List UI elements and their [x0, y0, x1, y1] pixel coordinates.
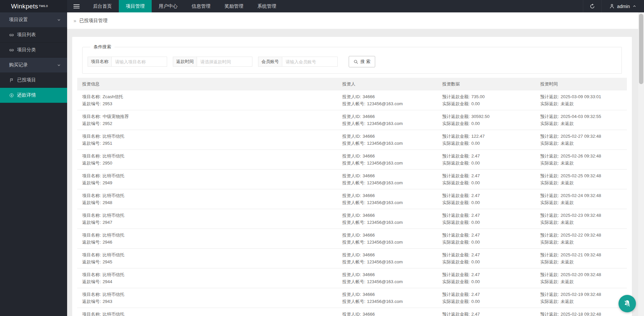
actual-time-value: 未返款: [561, 279, 574, 284]
actual-amount-cell-label: 实际返款金额:: [442, 161, 470, 166]
scrollbar-thumb[interactable]: [639, 14, 643, 84]
topbar-right: admin: [583, 0, 644, 12]
nav-item-info[interactable]: 信息管理: [185, 0, 217, 12]
sidebar-item-label: 项目分类: [17, 47, 36, 53]
expected-time-value: 2025-03-09 09:33:01: [561, 94, 601, 99]
actual-time-value: 未返款: [561, 121, 574, 126]
breadcrumb: » 已投项目管理: [67, 12, 638, 29]
investor-account-value: 123456@163.com: [367, 259, 403, 264]
column-invest-data: 投资数据: [437, 81, 535, 87]
nav-item-system[interactable]: 系统管理: [250, 0, 283, 12]
table-row: 项目名称:比特币信托 返款编号:2943 投资人ID:34666 投资人帐号:1…: [77, 288, 627, 308]
refund-time-label: 返款时间: [173, 57, 197, 67]
project-name-cell-label: 项目名称:: [82, 94, 101, 99]
sidebar-group-label: 购买记录: [9, 62, 28, 68]
nav-item-rewards[interactable]: 奖励管理: [217, 0, 250, 12]
investor-cell: 投资人ID:34666 投资人帐号:123456@163.com: [337, 172, 437, 186]
investor-id-value: 34666: [363, 312, 375, 316]
user-menu[interactable]: admin: [601, 0, 644, 12]
investor-cell: 投资人ID:34666 投资人帐号:123456@163.com: [337, 212, 437, 226]
notification-float-button[interactable]: [618, 295, 636, 312]
expected-amount-cell-label: 预计返款金额:: [442, 173, 470, 178]
actual-amount-cell-label: 实际返款金额:: [442, 240, 470, 245]
project-name-value: 比特币信托: [103, 252, 125, 257]
investor-account-value: 123456@163.com: [367, 299, 403, 304]
sidebar-group-purchase-records[interactable]: 购买记录: [0, 58, 67, 73]
investor-account-cell-label: 投资人帐号:: [342, 180, 365, 185]
breadcrumb-arrow: »: [73, 18, 76, 23]
menu-toggle-button[interactable]: [67, 0, 86, 12]
page-title: 已投项目管理: [79, 18, 107, 24]
project-name-value: 比特币信托: [103, 233, 125, 238]
actual-amount-cell-label: 实际返款金额:: [442, 101, 470, 106]
column-invest-time: 投资时间: [535, 81, 627, 87]
project-name-value: 比特币信托: [103, 193, 125, 198]
investor-account-cell-label: 投资人帐号:: [342, 259, 365, 264]
nav-item-home[interactable]: 后台首页: [86, 0, 119, 12]
invest-info-cell: 项目名称:比特币信托 返款编号:2943: [77, 291, 337, 305]
project-name-value: 比特币信托: [103, 134, 125, 139]
project-name-input[interactable]: [112, 57, 167, 67]
investor-cell: 投资人ID:34666 投资人帐号:123456@163.com: [337, 251, 437, 265]
actual-amount-cell-label: 实际返款金额:: [442, 200, 470, 205]
invest-time-cell: 预计返款:2025-02-20 09:32:48 实际返款:未返款: [535, 271, 627, 285]
actual-amount-cell-label: 实际返款金额:: [442, 220, 470, 225]
search-legend: 条件搜索: [90, 44, 114, 50]
vertical-scrollbar[interactable]: [638, 12, 644, 316]
invest-info-cell: 项目名称:比特币信托 返款编号:2948: [77, 192, 337, 206]
expected-amount-value: 2.47: [472, 233, 480, 238]
invest-data-cell: 预计返款金额:2.47 实际返款金额:: [437, 311, 535, 316]
refund-no-cell-label: 返款编号:: [82, 220, 101, 225]
expected-time-value: 2025-02-25 09:32:48: [561, 173, 601, 178]
expected-time-value: 2025-02-20 09:32:48: [561, 272, 601, 277]
project-name-cell-label: 项目名称:: [82, 193, 101, 198]
actual-time-value: 未返款: [561, 200, 574, 205]
actual-time-cell-label: 实际返款:: [540, 161, 559, 166]
expected-time-cell-label: 预计返款:: [540, 134, 559, 139]
project-name-cell-label: 项目名称:: [82, 213, 101, 218]
column-investor: 投资人: [337, 81, 437, 87]
expected-amount-cell-label: 预计返款金额:: [442, 213, 470, 218]
expected-amount-cell-label: 预计返款金额:: [442, 312, 470, 316]
sidebar-item-project-list[interactable]: 项目列表: [0, 27, 67, 43]
actual-time-cell-label: 实际返款:: [540, 279, 559, 284]
search-button[interactable]: 搜 索: [349, 56, 375, 67]
investor-account-cell-label: 投资人帐号:: [342, 240, 365, 245]
table-row: 项目名称:比特币信托 返款编号:2947 投资人ID:34666 投资人帐号:1…: [77, 209, 627, 229]
invest-data-cell: 预计返款金额:2.47 实际返款金额:0.00: [437, 232, 535, 246]
nav-item-users[interactable]: 用户中心: [152, 0, 185, 12]
invest-data-cell: 预计返款金额:2.47 实际返款金额:0.00: [437, 251, 535, 265]
investor-account-value: 123456@163.com: [367, 121, 403, 126]
refund-no-value: 2946: [103, 240, 112, 245]
nav-item-projects[interactable]: 项目管理: [119, 0, 152, 12]
member-account-input[interactable]: [282, 57, 338, 67]
expected-time-cell-label: 预计返款:: [540, 193, 559, 198]
investor-id-cell-label: 投资人ID:: [342, 272, 361, 277]
sidebar-item-repayment-details[interactable]: $ 还款详情: [0, 88, 67, 103]
refund-time-input[interactable]: [197, 57, 252, 67]
expected-amount-cell-label: 预计返款金额:: [442, 272, 470, 277]
invest-time-cell: 预计返款:2025-02-26 09:32:48 实际返款:未返款: [535, 152, 627, 167]
actual-amount-value: 0.00: [472, 240, 480, 245]
refresh-button[interactable]: [583, 0, 601, 12]
investor-id-cell-label: 投资人ID:: [342, 94, 361, 99]
refund-no-cell-label: 返款编号:: [82, 259, 101, 264]
actual-amount-value: 0.00: [472, 141, 480, 146]
investor-id-value: 34666: [363, 94, 375, 99]
refund-no-cell-label: 返款编号:: [82, 161, 101, 166]
sidebar-item-project-category[interactable]: 项目分类: [0, 43, 67, 58]
expected-amount-value: 122.47: [472, 134, 485, 139]
invest-time-cell: 预计返款:2025-02-22 09:32:48 实际返款:未返款: [535, 232, 627, 246]
sidebar-group-project-settings[interactable]: 项目设置: [0, 12, 67, 27]
expected-time-cell-label: 预计返款:: [540, 312, 559, 316]
invest-info-cell: 项目名称:比特币信托 返款编号:2951: [77, 133, 337, 147]
investor-cell: 投资人ID:34666 投资人帐号:123456@163.com: [337, 152, 437, 167]
project-name-cell-label: 项目名称:: [82, 292, 101, 297]
table-row: 项目名称:比特币信托 返款编号:2945 投资人ID:34666 投资人帐号:1…: [77, 249, 627, 268]
hamburger-icon: [73, 4, 80, 9]
investor-id-cell-label: 投资人ID:: [342, 153, 361, 159]
sidebar-item-invested-projects[interactable]: 已投项目: [0, 73, 67, 88]
investor-account-value: 123456@163.com: [367, 101, 403, 106]
invest-data-cell: 预计返款金额:2.47 实际返款金额:0.00: [437, 291, 535, 305]
investor-id-cell-label: 投资人ID:: [342, 252, 361, 257]
